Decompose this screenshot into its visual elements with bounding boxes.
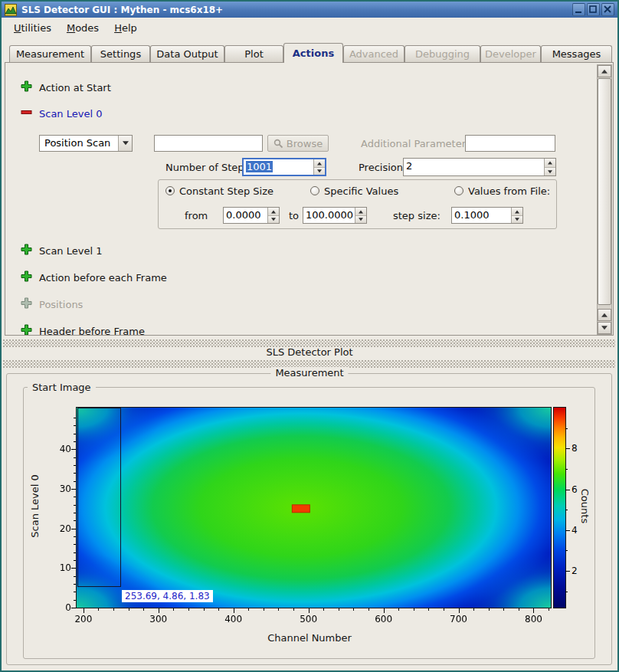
tick-label: 40: [51, 444, 71, 454]
tick-label: 2: [572, 565, 584, 576]
tab-data-output[interactable]: Data Output: [150, 45, 224, 62]
tab-actions[interactable]: Actions: [283, 43, 343, 63]
tick-mark: [519, 608, 519, 611]
tick-mark: [309, 608, 310, 613]
tab-messages[interactable]: Messages: [541, 45, 612, 62]
scroll-up-button[interactable]: [598, 309, 611, 321]
scan-mode-value: Position Scan: [40, 136, 118, 151]
tick-mark: [398, 608, 399, 611]
tick-mark: [414, 608, 414, 611]
scan-level-1-label[interactable]: Scan Level 1: [39, 245, 102, 257]
radio-constant-step-size[interactable]: [165, 186, 175, 195]
tick-mark: [74, 520, 76, 521]
to-value: 100.0000: [303, 208, 355, 223]
expand-plus-icon[interactable]: [21, 324, 32, 336]
tick-mark: [74, 584, 76, 585]
tick-mark: [74, 441, 76, 442]
vertical-scrollbar[interactable]: [597, 64, 612, 335]
action-before-frame-label[interactable]: Action before each Frame: [39, 272, 167, 284]
spin-down-icon[interactable]: [314, 168, 325, 175]
zoom-selection-rect: [77, 408, 121, 587]
titlebar[interactable]: SLS Detector GUI : Mythen - mcs6x18+: [2, 2, 617, 18]
values-from-file-label[interactable]: Values from File:: [468, 185, 550, 197]
tick-mark: [565, 490, 570, 490]
spin-up-icon[interactable]: [268, 208, 279, 216]
minimize-button[interactable]: [572, 3, 585, 16]
scroll-up-button[interactable]: [598, 65, 611, 77]
combo-arrow-icon[interactable]: [118, 136, 132, 151]
scan-level-0-label[interactable]: Scan Level 0: [39, 108, 102, 120]
spin-up-icon[interactable]: [512, 208, 522, 216]
heatmap-area[interactable]: 253.69, 4.86, 1.83 200300400500600700800…: [76, 407, 552, 608]
spin-up-icon[interactable]: [545, 159, 555, 168]
scroll-down-button[interactable]: [598, 322, 611, 334]
tick-mark: [74, 576, 76, 577]
radio-values-from-file[interactable]: [454, 186, 463, 195]
spin-down-icon[interactable]: [512, 216, 522, 224]
tick-label: 0: [51, 602, 71, 613]
tick-mark: [459, 608, 460, 613]
number-of-steps-value: 1001: [246, 161, 273, 172]
scan-script-input[interactable]: [154, 135, 263, 152]
spin-up-icon[interactable]: [314, 159, 325, 168]
radio-specific-values[interactable]: [310, 186, 319, 195]
tick-mark: [264, 608, 264, 611]
app-window: SLS Detector GUI : Mythen - mcs6x18+ Uti…: [0, 0, 619, 672]
scan-mode-combobox[interactable]: Position Scan: [39, 135, 133, 152]
tick-mark: [444, 608, 444, 611]
from-spinbox[interactable]: 0.0000: [223, 207, 280, 224]
number-of-steps-spinbox[interactable]: 1001: [242, 158, 326, 176]
tick-mark: [74, 465, 76, 466]
step-size-value: 0.1000: [452, 208, 511, 223]
tick-mark: [98, 608, 99, 611]
scrollbar-thumb[interactable]: [598, 78, 611, 305]
expand-plus-icon[interactable]: [21, 270, 32, 282]
tick-label: 8: [572, 443, 584, 454]
close-button[interactable]: [601, 3, 614, 16]
from-value: 0.0000: [224, 208, 267, 223]
tick-mark: [74, 544, 76, 545]
precision-spinbox[interactable]: 2: [403, 158, 556, 176]
spin-down-icon[interactable]: [268, 216, 279, 224]
tick-label: 20: [51, 523, 71, 534]
tick-mark: [74, 481, 76, 482]
maximize-button[interactable]: [587, 3, 600, 16]
tick-mark: [113, 608, 114, 611]
actions-panel: Action at Start Scan Level 0 Position Sc…: [5, 62, 614, 336]
specific-values-label[interactable]: Specific Values: [324, 185, 398, 197]
spin-down-icon[interactable]: [545, 168, 555, 176]
colorbar-axis-title: Counts: [579, 484, 591, 529]
browse-label: Browse: [287, 138, 323, 149]
menu-modes[interactable]: Modes: [59, 19, 106, 37]
tick-mark: [293, 608, 294, 611]
positions-label: Positions: [39, 299, 83, 310]
header-before-frame-label[interactable]: Header before Frame: [39, 326, 145, 336]
tick-mark: [74, 497, 76, 497]
additional-parameter-input[interactable]: [465, 135, 555, 152]
menu-help[interactable]: Help: [106, 19, 145, 37]
menu-utilities[interactable]: Utilities: [6, 19, 59, 37]
to-spinbox[interactable]: 100.0000: [303, 207, 367, 224]
expand-plus-icon[interactable]: [21, 80, 32, 92]
expand-plus-icon[interactable]: [21, 244, 32, 255]
tick-mark: [565, 448, 570, 449]
tick-mark: [74, 434, 76, 434]
action-at-start-label[interactable]: Action at Start: [39, 82, 111, 93]
collapse-minus-icon[interactable]: [21, 107, 32, 118]
constant-step-size-label[interactable]: Constant Step Size: [179, 185, 273, 197]
tab-plot[interactable]: Plot: [224, 45, 283, 62]
tick-mark: [428, 608, 429, 611]
tab-settings[interactable]: Settings: [91, 45, 150, 62]
step-size-label: step size:: [393, 210, 441, 221]
spin-up-icon[interactable]: [355, 208, 366, 216]
tick-mark: [565, 592, 568, 592]
tab-developer: Developer: [480, 45, 541, 62]
tab-measurement[interactable]: Measurement: [9, 45, 91, 62]
tick-mark: [74, 552, 76, 553]
tick-mark: [159, 608, 159, 613]
tick-mark: [173, 608, 174, 611]
step-size-spinbox[interactable]: 0.1000: [451, 207, 523, 224]
spin-down-icon[interactable]: [355, 216, 366, 224]
tick-mark: [565, 571, 570, 572]
heatmap-canvas[interactable]: [77, 408, 551, 608]
